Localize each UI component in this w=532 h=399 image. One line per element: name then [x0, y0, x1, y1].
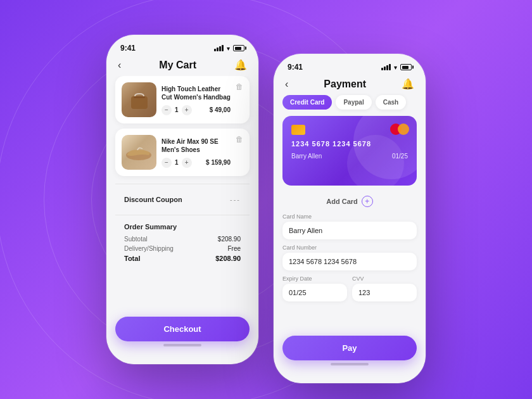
divider-1 — [115, 184, 250, 184]
discount-coupon-row[interactable]: Discount Coupon --- — [115, 192, 250, 207]
signal-bar-4 — [389, 64, 391, 70]
checkout-button[interactable]: Checkout — [115, 317, 250, 341]
credit-card-visual: 1234 5678 1234 5678 Barry Allen 01/25 — [282, 116, 417, 186]
discount-action-icon: --- — [230, 196, 241, 203]
signal-bar-4 — [222, 45, 224, 51]
shoes-qty-value: 1 — [175, 159, 179, 166]
shoes-qty-increase[interactable]: + — [182, 158, 192, 168]
payment-home-indicator — [331, 363, 369, 365]
signal-bar-3 — [219, 46, 221, 51]
cvv-field: CVV 123 — [352, 276, 417, 307]
mc-orange-circle — [398, 124, 409, 135]
expiry-input[interactable]: 01/25 — [282, 284, 347, 301]
total-row: Total $208.90 — [124, 255, 241, 262]
pay-area: Pay — [274, 329, 426, 383]
subtotal-row: Subtotal $208.90 — [124, 236, 241, 243]
expiry-cvv-row: Expiry Date 01/25 CVV 123 — [282, 276, 417, 307]
checkout-area: Checkout — [106, 309, 258, 364]
payment-header: ‹ Payment 🔔 — [274, 75, 426, 95]
card-number-input[interactable]: 1234 5678 1234 5678 — [282, 253, 417, 270]
cart-item-shoes: Nike Air Max 90 SE Men's Shoes − 1 + $ 1… — [115, 129, 250, 176]
shoes-svg — [125, 144, 153, 162]
cart-status-icons: ▾ — [214, 45, 244, 52]
handbag-svg — [127, 90, 151, 110]
shoes-delete-icon[interactable]: 🗑 — [236, 135, 243, 144]
handbag-qty-control: − 1 + — [162, 105, 192, 115]
handbag-details: High Touch Leather Cut Women's Handbag −… — [162, 85, 231, 115]
total-label: Total — [124, 255, 140, 262]
cart-header: ‹ My Cart 🔔 — [106, 56, 258, 76]
shoes-qty-control: − 1 + — [162, 158, 192, 168]
cart-page-title: My Cart — [159, 60, 196, 71]
tab-cash[interactable]: Cash — [376, 95, 406, 110]
payment-wifi-icon: ▾ — [394, 64, 397, 71]
payment-battery-fill — [402, 66, 408, 69]
card-name-input[interactable]: Barry Allen — [282, 222, 417, 239]
payment-phone: 9:41 ▾ ‹ Payment — [274, 54, 426, 383]
signal-bar-3 — [386, 65, 388, 70]
handbag-price: $ 49,00 — [210, 106, 231, 113]
handbag-img-bg — [122, 82, 156, 117]
payment-bell-icon[interactable]: 🔔 — [402, 78, 414, 90]
handbag-qty-value: 1 — [175, 106, 179, 113]
handbag-name: High Touch Leather Cut Women's Handbag — [162, 85, 231, 101]
signal-icon — [214, 45, 224, 51]
battery-icon — [233, 45, 244, 51]
cart-status-bar: 9:41 ▾ — [106, 35, 258, 56]
svg-rect-1 — [134, 96, 145, 98]
order-summary-title: Order Summary — [124, 223, 241, 231]
add-card-row[interactable]: Add Card + — [274, 192, 426, 213]
wifi-icon: ▾ — [227, 45, 230, 52]
handbag-qty-increase[interactable]: + — [182, 105, 192, 115]
signal-bar-2 — [384, 66, 386, 70]
card-holder-name: Barry Allen — [291, 153, 322, 160]
shoes-qty-decrease[interactable]: − — [162, 158, 172, 168]
card-name-label: Card Name — [282, 213, 417, 220]
shipping-row: Delivery/Shipping Free — [124, 245, 241, 252]
shoes-image — [122, 135, 156, 170]
total-value: $208.90 — [215, 255, 241, 262]
divider-2 — [115, 215, 250, 215]
cvv-label: CVV — [352, 276, 417, 282]
shoes-img-bg — [122, 135, 156, 170]
payment-battery-icon — [400, 64, 412, 70]
signal-bar-1 — [381, 68, 383, 70]
cart-back-button[interactable]: ‹ — [118, 60, 121, 71]
pay-button[interactable]: Pay — [282, 336, 417, 360]
add-card-label: Add Card — [326, 198, 358, 205]
card-visual-area: 1234 5678 1234 5678 Barry Allen 01/25 — [274, 116, 426, 192]
payment-page-title: Payment — [324, 79, 366, 90]
shipping-label: Delivery/Shipping — [124, 245, 174, 252]
payment-back-button[interactable]: ‹ — [285, 79, 288, 90]
cart-phone: 9:41 ▾ ‹ My Cart � — [106, 35, 258, 364]
payment-tabs: Credit Card Paypal Cash — [274, 95, 426, 116]
mastercard-logo — [390, 124, 409, 135]
handbag-qty-decrease[interactable]: − — [162, 105, 172, 115]
cart-item-handbag: High Touch Leather Cut Women's Handbag −… — [115, 76, 250, 124]
subtotal-value: $208.90 — [218, 236, 241, 243]
shoes-price: $ 159,90 — [206, 159, 231, 166]
handbag-delete-icon[interactable]: 🗑 — [236, 82, 243, 91]
cvv-input[interactable]: 123 — [352, 284, 417, 301]
signal-bar-1 — [214, 49, 216, 51]
shoes-controls: − 1 + $ 159,90 — [162, 158, 231, 168]
payment-status-icons: ▾ — [381, 64, 412, 71]
handbag-controls: − 1 + $ 49,00 — [162, 105, 231, 115]
card-number-label: Card Number — [282, 244, 417, 251]
cart-bell-icon[interactable]: 🔔 — [234, 59, 247, 71]
battery-fill — [235, 47, 241, 50]
payment-screen: 9:41 ▾ ‹ Payment — [274, 54, 426, 383]
subtotal-label: Subtotal — [124, 236, 148, 243]
payment-status-bar: 9:41 ▾ — [274, 54, 426, 75]
card-decoration-circle-2 — [347, 135, 404, 186]
add-card-button[interactable]: + — [362, 196, 373, 207]
tab-credit-card[interactable]: Credit Card — [282, 95, 332, 110]
shoes-name: Nike Air Max 90 SE Men's Shoes — [162, 137, 231, 154]
tab-paypal[interactable]: Paypal — [336, 95, 371, 110]
shoes-details: Nike Air Max 90 SE Men's Shoes − 1 + $ 1… — [162, 137, 231, 168]
cart-home-indicator — [163, 344, 201, 346]
card-chip-icon — [291, 125, 305, 135]
shipping-value: Free — [227, 245, 241, 252]
handbag-image — [122, 82, 156, 117]
cart-items-list: High Touch Leather Cut Women's Handbag −… — [106, 76, 258, 309]
